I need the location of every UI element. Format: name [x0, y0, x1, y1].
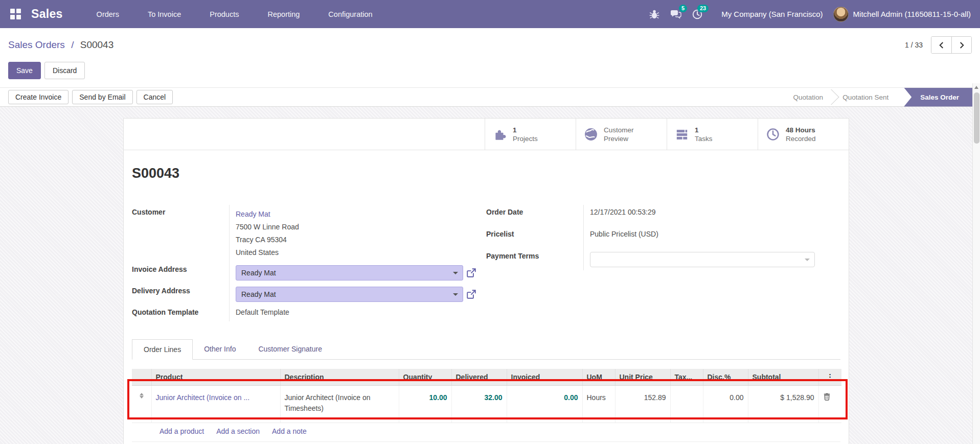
toggle-columns-kebab-icon[interactable]: ⋮: [818, 369, 841, 386]
stat-button-row: 1 Projects Customer Preview 1: [124, 119, 849, 150]
stat-tasks-button[interactable]: 1 Tasks: [667, 119, 758, 150]
customer-link[interactable]: Ready Mat: [236, 208, 486, 221]
stat-customer-preview-button[interactable]: Customer Preview: [576, 119, 667, 150]
discard-button[interactable]: Discard: [44, 62, 85, 79]
breadcrumb-separator: /: [71, 39, 74, 50]
cell-disc[interactable]: 0.00: [703, 386, 748, 423]
puzzle-icon: [493, 127, 507, 142]
field-payment-terms: Payment Terms: [486, 249, 840, 270]
tab-other-info[interactable]: Other Info: [193, 339, 247, 360]
breadcrumb-current: S00043: [80, 39, 114, 50]
form-view-background: 1 Projects Customer Preview 1: [0, 107, 980, 444]
pricelist-value[interactable]: Public Pricelist (USD): [583, 227, 840, 249]
cell-tax[interactable]: [670, 386, 703, 423]
scrollbar-up-arrow-icon[interactable]: [973, 83, 980, 91]
form-fields: Customer Ready Mat 7500 W Linne Road Tra…: [124, 205, 849, 321]
cell-product[interactable]: Junior Architect (Invoice on ...: [151, 386, 280, 423]
add-a-product-link[interactable]: Add a product: [159, 427, 204, 435]
messages-icon[interactable]: 5: [670, 9, 681, 20]
header-quantity: Quantity: [399, 369, 451, 386]
breadcrumb-sales-orders[interactable]: Sales Orders: [8, 39, 65, 50]
menu-orders[interactable]: Orders: [82, 10, 133, 18]
form-sheet: 1 Projects Customer Preview 1: [123, 118, 849, 444]
header-disc: Disc.%: [703, 369, 748, 386]
header-product: Product: [151, 369, 280, 386]
tasks-label: Tasks: [695, 134, 713, 143]
globe-icon: [584, 127, 598, 142]
projects-count: 1: [513, 126, 538, 134]
company-switcher[interactable]: My Company (San Francisco): [721, 10, 823, 18]
invoice-address-external-link-icon[interactable]: [466, 268, 476, 278]
order-lines-table: Product Description Quantity Delivered I…: [132, 369, 841, 423]
cell-delivered[interactable]: 32.00: [451, 386, 507, 423]
pager-next-icon[interactable]: [951, 37, 971, 53]
pricelist-label: Pricelist: [486, 227, 583, 249]
invoice-address-select[interactable]: Ready Mat: [236, 265, 463, 281]
payment-terms-select[interactable]: [590, 252, 815, 267]
header-unit-price: Unit Price: [615, 369, 670, 386]
table-footer-links: Add a product Add a section Add a note: [132, 423, 840, 442]
menu-configuration[interactable]: Configuration: [314, 10, 386, 18]
cancel-button[interactable]: Cancel: [136, 90, 173, 104]
app-name: Sales: [31, 7, 63, 21]
header-delivered: Delivered: [451, 369, 507, 386]
cell-subtotal[interactable]: $ 1,528.90: [748, 386, 818, 423]
record-title: S00043: [132, 166, 849, 181]
header-handle: [132, 369, 151, 386]
top-navbar: Sales Orders To Invoice Products Reporti…: [0, 0, 980, 28]
main-menu: Orders To Invoice Products Reporting Con…: [82, 0, 387, 28]
add-a-note-link[interactable]: Add a note: [272, 427, 307, 435]
menu-to-invoice[interactable]: To Invoice: [133, 10, 195, 18]
cell-invoiced[interactable]: 0.00: [507, 386, 582, 423]
chevron-down-icon: [453, 293, 458, 296]
hours-recorded-label: Recorded: [786, 134, 816, 143]
menu-products[interactable]: Products: [195, 10, 253, 18]
cell-description[interactable]: Junior Architect (Invoice on Timesheets): [280, 386, 399, 423]
field-pricelist: Pricelist Public Pricelist (USD): [486, 227, 840, 249]
order-date-label: Order Date: [486, 205, 583, 227]
drag-handle-icon[interactable]: [132, 386, 151, 423]
add-a-section-link[interactable]: Add a section: [216, 427, 260, 435]
trash-icon[interactable]: [823, 392, 831, 401]
quotation-template-value[interactable]: Default Template: [229, 305, 486, 321]
field-quotation-template: Quotation Template Default Template: [132, 305, 486, 321]
stat-projects-button[interactable]: 1 Projects: [485, 119, 576, 150]
cell-uom[interactable]: Hours: [582, 386, 615, 423]
debug-bug-icon[interactable]: [649, 9, 660, 20]
form-left-column: Customer Ready Mat 7500 W Linne Road Tra…: [132, 205, 486, 321]
breadcrumb: Sales Orders / S00043: [8, 38, 113, 52]
tab-order-lines[interactable]: Order Lines: [132, 339, 193, 360]
customer-address-line2: Tracy CA 95304: [236, 233, 486, 246]
stat-hours-recorded-button[interactable]: 48 Hours Recorded: [758, 119, 849, 150]
customer-preview-line2: Preview: [604, 134, 634, 143]
field-invoice-address: Invoice Address Ready Mat: [132, 262, 486, 284]
scrollbar-thumb[interactable]: [974, 92, 979, 144]
apps-grid-icon[interactable]: [10, 9, 21, 19]
delivery-address-value: Ready Mat: [241, 290, 276, 298]
field-customer: Customer Ready Mat 7500 W Linne Road Tra…: [132, 205, 486, 262]
tab-customer-signature[interactable]: Customer Signature: [247, 339, 333, 360]
vertical-scrollbar[interactable]: [972, 83, 980, 444]
pager-counter: 1 / 33: [905, 41, 923, 49]
cell-quantity[interactable]: 10.00: [399, 386, 451, 423]
user-menu[interactable]: Mitchell Admin (11650811-15-0-all): [833, 7, 971, 22]
customer-label: Customer: [132, 205, 229, 262]
status-quotation-sent[interactable]: Quotation Sent: [832, 88, 899, 107]
hours-recorded-count: 48 Hours: [786, 126, 816, 134]
user-name: Mitchell Admin (11650811-15-0-all): [853, 10, 971, 18]
activities-clock-icon[interactable]: 23: [692, 9, 703, 20]
header-subtotal: Subtotal: [748, 369, 818, 386]
delivery-address-select[interactable]: Ready Mat: [236, 287, 463, 302]
status-sales-order[interactable]: Sales Order: [904, 88, 972, 107]
create-invoice-button[interactable]: Create Invoice: [8, 90, 69, 104]
pager-previous-icon[interactable]: [931, 37, 951, 53]
delivery-address-external-link-icon[interactable]: [466, 289, 476, 299]
menu-reporting[interactable]: Reporting: [253, 10, 314, 18]
order-date-value[interactable]: 12/17/2021 00:53:29: [583, 205, 840, 227]
cell-unit-price[interactable]: 152.89: [615, 386, 670, 423]
avatar: [833, 7, 849, 22]
header-tax: Tax...: [670, 369, 703, 386]
save-button[interactable]: Save: [8, 62, 41, 79]
send-by-email-button[interactable]: Send by Email: [72, 90, 132, 104]
tasks-count: 1: [695, 126, 713, 134]
